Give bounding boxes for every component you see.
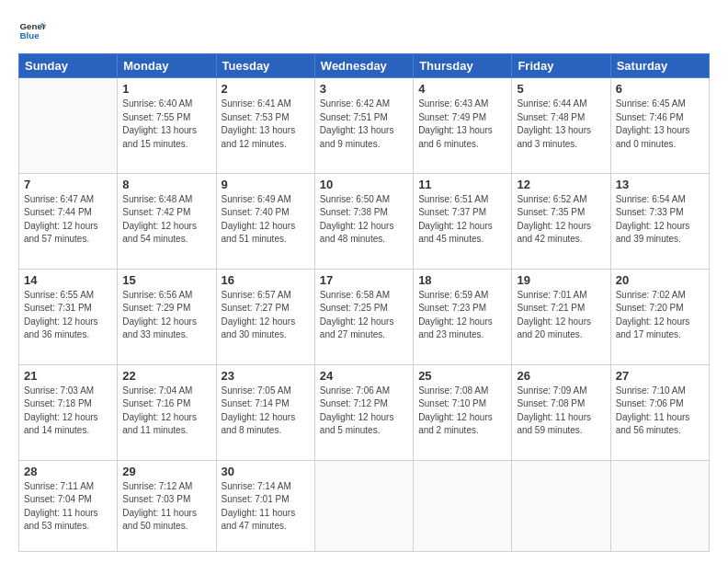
day-detail: Sunrise: 7:14 AMSunset: 7:01 PMDaylight:…	[222, 480, 310, 534]
day-cell: 17Sunrise: 6:58 AMSunset: 7:25 PMDayligh…	[314, 269, 413, 364]
day-number: 4	[418, 82, 506, 96]
day-detail: Sunrise: 7:05 AMSunset: 7:14 PMDaylight:…	[222, 385, 310, 438]
day-detail: Sunrise: 6:57 AMSunset: 7:27 PMDaylight:…	[222, 289, 310, 342]
day-cell: 8Sunrise: 6:48 AMSunset: 7:42 PMDaylight…	[118, 173, 216, 269]
day-detail: Sunrise: 6:54 AMSunset: 7:33 PMDaylight:…	[616, 193, 704, 247]
day-detail: Sunrise: 6:58 AMSunset: 7:25 PMDaylight:…	[320, 289, 408, 342]
day-detail: Sunrise: 7:02 AMSunset: 7:20 PMDaylight:…	[616, 289, 704, 342]
day-number: 30	[222, 465, 310, 478]
day-cell	[314, 460, 413, 551]
week-row-0: 1Sunrise: 6:40 AMSunset: 7:55 PMDaylight…	[19, 78, 710, 174]
weekday-saturday: Saturday	[610, 54, 709, 78]
day-cell: 25Sunrise: 7:08 AMSunset: 7:10 PMDayligh…	[414, 364, 512, 460]
day-cell: 10Sunrise: 6:50 AMSunset: 7:38 PMDayligh…	[314, 173, 413, 269]
day-number: 16	[222, 273, 310, 287]
day-cell: 29Sunrise: 7:12 AMSunset: 7:03 PMDayligh…	[118, 460, 216, 551]
weekday-sunday: Sunday	[19, 54, 118, 78]
day-number: 22	[122, 369, 210, 383]
weekday-monday: Monday	[118, 54, 216, 78]
day-detail: Sunrise: 6:41 AMSunset: 7:53 PMDaylight:…	[222, 98, 310, 151]
day-detail: Sunrise: 7:12 AMSunset: 7:03 PMDaylight:…	[122, 480, 210, 534]
day-number: 20	[616, 273, 704, 287]
svg-text:General: General	[20, 21, 47, 31]
day-cell: 15Sunrise: 6:56 AMSunset: 7:29 PMDayligh…	[118, 269, 216, 364]
day-detail: Sunrise: 6:59 AMSunset: 7:23 PMDaylight:…	[418, 289, 506, 342]
day-number: 5	[517, 82, 605, 96]
day-cell: 3Sunrise: 6:42 AMSunset: 7:51 PMDaylight…	[314, 78, 413, 174]
day-number: 6	[616, 82, 704, 96]
day-cell: 24Sunrise: 7:06 AMSunset: 7:12 PMDayligh…	[314, 364, 413, 460]
day-cell: 9Sunrise: 6:49 AMSunset: 7:40 PMDaylight…	[216, 173, 314, 269]
weekday-wednesday: Wednesday	[314, 54, 413, 78]
day-cell: 20Sunrise: 7:02 AMSunset: 7:20 PMDayligh…	[610, 269, 709, 364]
week-row-2: 14Sunrise: 6:55 AMSunset: 7:31 PMDayligh…	[19, 269, 710, 364]
day-detail: Sunrise: 6:49 AMSunset: 7:40 PMDaylight:…	[222, 193, 310, 247]
day-number: 8	[122, 178, 210, 191]
day-number: 11	[418, 178, 506, 191]
weekday-tuesday: Tuesday	[216, 54, 314, 78]
day-cell: 18Sunrise: 6:59 AMSunset: 7:23 PMDayligh…	[414, 269, 512, 364]
day-detail: Sunrise: 7:04 AMSunset: 7:16 PMDaylight:…	[122, 385, 210, 438]
day-number: 21	[24, 369, 112, 383]
day-cell: 11Sunrise: 6:51 AMSunset: 7:37 PMDayligh…	[414, 173, 512, 269]
svg-text:Blue: Blue	[20, 30, 40, 40]
day-cell: 26Sunrise: 7:09 AMSunset: 7:08 PMDayligh…	[512, 364, 610, 460]
day-cell: 21Sunrise: 7:03 AMSunset: 7:18 PMDayligh…	[19, 364, 118, 460]
weekday-header-row: SundayMondayTuesdayWednesdayThursdayFrid…	[19, 54, 710, 78]
day-number: 14	[24, 273, 112, 287]
day-detail: Sunrise: 6:48 AMSunset: 7:42 PMDaylight:…	[122, 193, 210, 247]
day-cell: 4Sunrise: 6:43 AMSunset: 7:49 PMDaylight…	[414, 78, 512, 174]
day-number: 3	[320, 82, 408, 96]
day-detail: Sunrise: 6:44 AMSunset: 7:48 PMDaylight:…	[517, 98, 605, 151]
day-cell: 27Sunrise: 7:10 AMSunset: 7:06 PMDayligh…	[610, 364, 709, 460]
day-cell	[512, 460, 610, 551]
day-number: 17	[320, 273, 408, 287]
day-number: 29	[122, 465, 210, 478]
day-number: 10	[320, 178, 408, 191]
day-detail: Sunrise: 7:06 AMSunset: 7:12 PMDaylight:…	[320, 385, 408, 438]
week-row-4: 28Sunrise: 7:11 AMSunset: 7:04 PMDayligh…	[19, 460, 710, 551]
day-number: 28	[24, 465, 112, 478]
day-cell	[414, 460, 512, 551]
day-number: 15	[122, 273, 210, 287]
day-cell: 6Sunrise: 6:45 AMSunset: 7:46 PMDaylight…	[610, 78, 709, 174]
day-detail: Sunrise: 6:52 AMSunset: 7:35 PMDaylight:…	[517, 193, 605, 247]
day-cell	[19, 78, 118, 174]
day-cell: 19Sunrise: 7:01 AMSunset: 7:21 PMDayligh…	[512, 269, 610, 364]
day-cell: 14Sunrise: 6:55 AMSunset: 7:31 PMDayligh…	[19, 269, 118, 364]
day-number: 18	[418, 273, 506, 287]
day-number: 1	[122, 82, 210, 96]
day-number: 19	[517, 273, 605, 287]
day-number: 12	[517, 178, 605, 191]
day-number: 24	[320, 369, 408, 383]
day-detail: Sunrise: 6:47 AMSunset: 7:44 PMDaylight:…	[24, 193, 112, 247]
day-detail: Sunrise: 6:45 AMSunset: 7:46 PMDaylight:…	[616, 98, 704, 151]
day-cell: 12Sunrise: 6:52 AMSunset: 7:35 PMDayligh…	[512, 173, 610, 269]
day-cell: 23Sunrise: 7:05 AMSunset: 7:14 PMDayligh…	[216, 364, 314, 460]
day-number: 26	[517, 369, 605, 383]
weekday-friday: Friday	[512, 54, 610, 78]
day-number: 27	[616, 369, 704, 383]
day-cell: 30Sunrise: 7:14 AMSunset: 7:01 PMDayligh…	[216, 460, 314, 551]
day-cell: 13Sunrise: 6:54 AMSunset: 7:33 PMDayligh…	[610, 173, 709, 269]
day-cell	[610, 460, 709, 551]
week-row-3: 21Sunrise: 7:03 AMSunset: 7:18 PMDayligh…	[19, 364, 710, 460]
day-cell: 28Sunrise: 7:11 AMSunset: 7:04 PMDayligh…	[19, 460, 118, 551]
day-number: 9	[222, 178, 310, 191]
day-detail: Sunrise: 7:01 AMSunset: 7:21 PMDaylight:…	[517, 289, 605, 342]
day-detail: Sunrise: 6:56 AMSunset: 7:29 PMDaylight:…	[122, 289, 210, 342]
day-detail: Sunrise: 6:43 AMSunset: 7:49 PMDaylight:…	[418, 98, 506, 151]
header: General Blue	[18, 17, 710, 44]
week-row-1: 7Sunrise: 6:47 AMSunset: 7:44 PMDaylight…	[19, 173, 710, 269]
day-detail: Sunrise: 7:09 AMSunset: 7:08 PMDaylight:…	[517, 385, 605, 438]
day-detail: Sunrise: 7:08 AMSunset: 7:10 PMDaylight:…	[418, 385, 506, 438]
day-number: 25	[418, 369, 506, 383]
day-number: 23	[222, 369, 310, 383]
day-cell: 5Sunrise: 6:44 AMSunset: 7:48 PMDaylight…	[512, 78, 610, 174]
logo: General Blue	[18, 17, 48, 44]
day-cell: 16Sunrise: 6:57 AMSunset: 7:27 PMDayligh…	[216, 269, 314, 364]
day-detail: Sunrise: 6:50 AMSunset: 7:38 PMDaylight:…	[320, 193, 408, 247]
day-detail: Sunrise: 6:55 AMSunset: 7:31 PMDaylight:…	[24, 289, 112, 342]
day-cell: 2Sunrise: 6:41 AMSunset: 7:53 PMDaylight…	[216, 78, 314, 174]
day-cell: 7Sunrise: 6:47 AMSunset: 7:44 PMDaylight…	[19, 173, 118, 269]
